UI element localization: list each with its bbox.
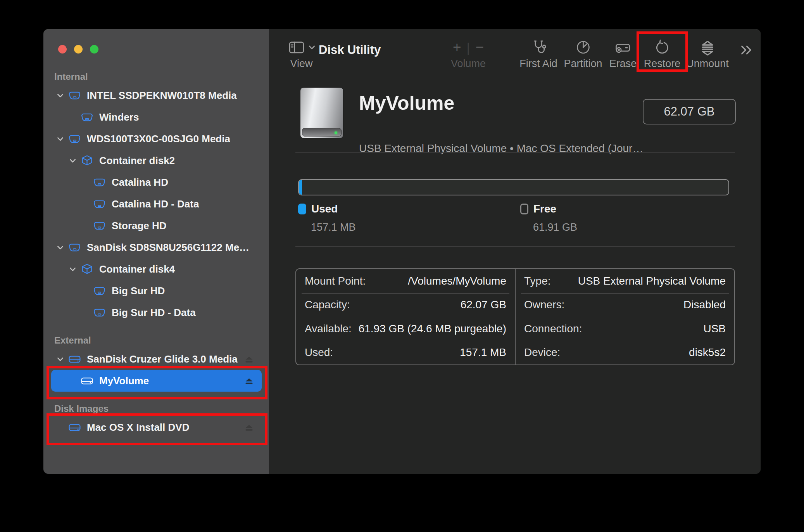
sidebar-item-label: SanDisk SD8SN8U256G1122 Me… [87,242,249,254]
detail-row-used: Used:157.1 MB [296,341,515,365]
sidebar-section-label-disk-images: Disk Images [43,403,269,415]
sidebar-item-sandisk-cruzer-glide-3-0-media[interactable]: SanDisk Cruzer Glide 3.0 Media [51,348,262,370]
restore-button[interactable]: Restore [644,38,681,70]
chevron-down-icon[interactable] [53,355,67,363]
detail-value: 61.93 GB (24.6 MB purgeable) [359,323,506,335]
chevron-down-icon[interactable] [53,244,67,252]
chevron-down-icon[interactable] [53,135,67,143]
disk-icon [79,111,95,124]
container-icon [79,263,95,276]
sidebar-item-wds100t3x0c-00sjg0-media[interactable]: WDS100T3X0C-00SJG0 Media [51,128,262,150]
partition-button-label: Partition [564,58,602,70]
sidebar-item-label: Container disk2 [99,155,175,167]
detail-label: Used: [305,346,333,359]
remove-volume-button[interactable]: − [475,39,484,55]
divider [295,246,735,247]
sidebar-item-label: Storage HD [112,220,167,232]
sidebar-item-big-sur-hd-data[interactable]: Big Sur HD - Data [51,302,262,323]
detail-label: Mount Point: [305,275,366,287]
volume-add-remove-group: + | − Volume [451,38,486,70]
unmount-eject-icon [699,38,716,56]
erase-button-label: Erase [609,58,637,70]
sidebar-item-intel-ssdpeknw010t8-media[interactable]: INTEL SSDPEKNW010T8 Media [51,85,262,106]
sidebar-item-label: Catalina HD - Data [112,198,199,210]
sidebar-item-big-sur-hd[interactable]: Big Sur HD [51,280,262,302]
used-value: 157.1 MB [311,221,356,233]
sidebar-item-storage-hd[interactable]: Storage HD [51,215,262,237]
sidebar-item-container-disk4[interactable]: Container disk4 [51,258,262,280]
disk-icon [67,133,82,145]
disk-icon [91,219,107,232]
disk-icon [91,306,107,319]
detail-row-type: Type:USB External Physical Volume [516,269,734,293]
chevron-down-icon[interactable] [53,92,67,100]
detail-value: USB External Physical Volume [578,275,726,287]
main-pane: View Disk Utility + | − Volume First Aid… [270,29,761,474]
sidebar-view-icon [288,40,305,55]
sidebar-item-winders[interactable]: Winders [51,106,262,128]
sidebar-item-catalina-hd[interactable]: Catalina HD [51,171,262,193]
external-disk-icon [79,375,95,387]
sidebar: InternalINTEL SSDPEKNW010T8 MediaWinders… [43,29,270,474]
volume-size-badge: 62.07 GB [643,99,736,124]
add-volume-button[interactable]: + [453,39,461,55]
divider [295,152,735,153]
detail-value: USB [703,323,726,335]
disk-icon [91,285,107,297]
toolbar-overflow-button[interactable] [739,43,753,59]
eject-icon[interactable] [244,423,254,432]
detail-row-available: Available:61.93 GB (24.6 MB purgeable) [296,317,515,341]
first-aid-button[interactable]: First Aid [519,38,557,70]
stethoscope-icon [530,38,547,56]
usage-bar [298,179,729,195]
sidebar-item-label: Container disk4 [99,263,175,275]
sidebar-section-label-external: External [43,335,269,346]
detail-row-connection: Connection:USB [516,317,734,341]
disk-icon [67,89,82,102]
detail-row-device: Device:disk5s2 [516,341,734,365]
unmount-button[interactable]: Unmount [686,38,729,70]
eject-icon[interactable] [244,376,254,386]
first-aid-button-label: First Aid [519,58,557,70]
detail-value: 157.1 MB [460,346,506,359]
sidebar-item-label: INTEL SSDPEKNW010T8 Media [87,90,237,102]
sidebar-item-label: Big Sur HD [112,285,165,297]
sidebar-item-catalina-hd-data[interactable]: Catalina HD - Data [51,193,262,215]
pie-chart-icon [575,38,591,56]
usage-bar-used-segment [299,180,302,195]
erase-button[interactable]: Erase [609,38,637,70]
close-button[interactable] [58,45,67,54]
legend-used: Used 157.1 MB [298,203,356,233]
view-button[interactable]: View [288,38,315,70]
sidebar-item-container-disk2[interactable]: Container disk2 [51,150,262,171]
sidebar-item-myvolume[interactable]: MyVolume [51,370,262,392]
external-disk-icon [67,421,82,434]
disk-icon [91,198,107,211]
volume-group-label: Volume [451,58,486,70]
sidebar-item-mac-os-x-install-dvd[interactable]: Mac OS X Install DVD [51,416,262,438]
minimize-button[interactable] [74,45,83,54]
free-label: Free [533,203,556,215]
drive-cap [302,128,342,136]
chevron-down-icon[interactable] [66,157,79,165]
eject-icon[interactable] [244,354,254,364]
detail-label: Device: [524,346,560,359]
restore-button-label: Restore [644,58,681,70]
detail-label: Type: [524,275,550,287]
free-swatch-icon [520,204,528,214]
external-drive-image [300,87,343,138]
chevron-down-icon[interactable] [66,265,79,273]
sidebar-item-label: Winders [99,111,139,123]
double-chevron-right-icon [739,43,753,57]
sidebar-item-label: Big Sur HD - Data [112,307,196,319]
erase-disk-icon [615,38,631,56]
sidebar-item-sandisk-sd8sn8u256g1122-me[interactable]: SanDisk SD8SN8U256G1122 Me… [51,237,262,258]
window-traffic-lights [58,45,98,54]
partition-button[interactable]: Partition [564,38,602,70]
detail-value: 62.07 GB [461,299,506,311]
zoom-button[interactable] [90,45,98,54]
used-label: Used [311,203,338,215]
detail-label: Connection: [524,323,582,335]
detail-label: Owners: [524,299,564,311]
detail-value: /Volumes/MyVolume [408,275,506,287]
